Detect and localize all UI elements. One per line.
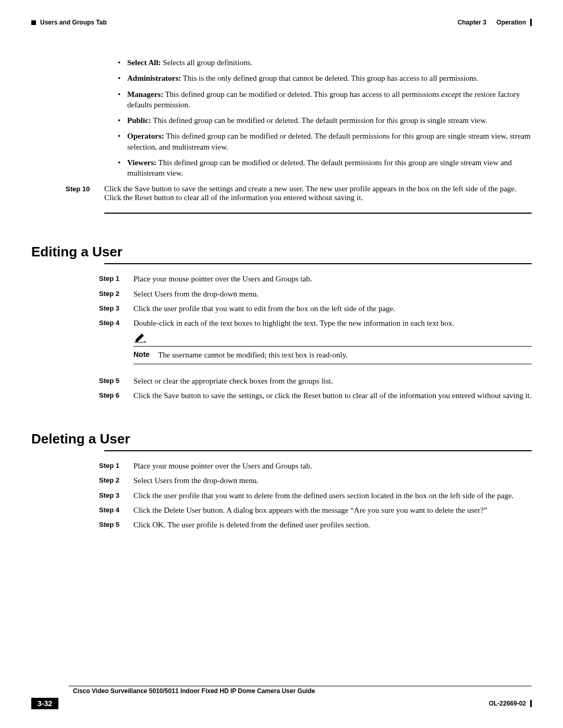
step-label: Step 3 — [99, 490, 133, 500]
step-row: Step 3 Click the user profile that you w… — [99, 303, 532, 314]
step-row: Step 6 Click the Save button to save the… — [99, 390, 532, 401]
doc-id: OL-22669-02 — [489, 700, 532, 707]
step-label: Step 5 — [99, 376, 133, 386]
page-footer: Cisco Video Surveillance 5010/5011 Indoo… — [31, 686, 532, 709]
step-body: Select or clear the appropriate check bo… — [133, 376, 532, 386]
header-right: Chapter 3 Operation — [458, 19, 532, 26]
list-item: Administrators: This is the only defined… — [118, 73, 532, 83]
main-content: Select All: Selects all group definition… — [31, 57, 532, 214]
desc-em: except — [441, 90, 461, 98]
step-label: Step 4 — [99, 505, 133, 515]
step-row: Step 1 Place your mouse pointer over the… — [99, 274, 532, 284]
step-label: Step 4 — [99, 318, 133, 328]
step-row: Step 4 Click the Delete User button. A d… — [99, 505, 532, 515]
footer-divider — [69, 686, 532, 686]
pencil-icon — [133, 331, 532, 345]
step-body: Click the user profile that you want to … — [133, 303, 532, 314]
desc: This defined group can be modified or de… — [151, 116, 487, 125]
step-body: Select Users from the drop-down menu. — [133, 289, 532, 299]
step-label: Step 3 — [99, 303, 133, 313]
step-row: Step 2 Select Users from the drop-down m… — [99, 475, 532, 486]
header-left: Users and Groups Tab — [31, 19, 107, 26]
step-row: Step 10 Click the Save button to save th… — [66, 184, 532, 202]
deleting-steps: Step 1 Place your mouse pointer over the… — [31, 461, 532, 530]
desc: This defined group can be modified or de… — [127, 158, 512, 177]
footer-row: 3-32 OL-22669-02 — [31, 698, 532, 709]
step-row: Step 5 Select or clear the appropriate c… — [99, 376, 532, 386]
note-row: Note The username cannot be modified; th… — [133, 346, 532, 364]
step-label: Step 2 — [99, 475, 133, 485]
desc: Selects all group definitions. — [161, 58, 252, 67]
term: Operators: — [127, 132, 164, 140]
vertical-bar-icon — [530, 700, 532, 707]
list-item: Operators: This defined group can be mod… — [118, 131, 532, 152]
note-text: The username cannot be modified; this te… — [158, 350, 348, 360]
step-label: Step 10 — [66, 184, 104, 202]
note-label: Note — [133, 350, 150, 360]
footer-guide-title: Cisco Video Surveillance 5010/5011 Indoo… — [73, 687, 532, 695]
step-body: Place your mouse pointer over the Users … — [133, 274, 532, 284]
step-label: Step 6 — [99, 390, 133, 400]
vertical-bar-icon — [530, 19, 532, 26]
list-item: Select All: Selects all group definition… — [118, 57, 532, 68]
term: Public: — [127, 116, 151, 125]
step-body: Click the Save button to save the settin… — [104, 184, 532, 202]
list-item: Viewers: This defined group can be modif… — [118, 157, 532, 179]
step-row: Step 2 Select Users from the drop-down m… — [99, 289, 532, 299]
heading-deleting-user: Deleting a User — [31, 431, 532, 447]
heading-editing-user: Editing a User — [31, 244, 532, 260]
term: Viewers: — [127, 158, 156, 167]
step-body: Select Users from the drop-down menu. — [133, 475, 532, 486]
step-label: Step 1 — [99, 461, 133, 471]
term: Select All: — [127, 58, 161, 67]
list-item: Managers: This defined group can be modi… — [118, 89, 532, 110]
step-body: Place your mouse pointer over the Users … — [133, 461, 532, 471]
step-body: Click OK. The user profile is deleted fr… — [133, 520, 532, 530]
step-label: Step 1 — [99, 274, 133, 283]
step-body: Click the Save button to save the settin… — [133, 390, 532, 401]
group-definitions-list: Select All: Selects all group definition… — [118, 57, 532, 178]
step-body: Double-click in each of the text boxes t… — [133, 318, 532, 372]
step-row: Step 4 Double-click in each of the text … — [99, 318, 532, 372]
page-header: Users and Groups Tab Chapter 3 Operation — [31, 19, 532, 26]
step-row: Step 1 Place your mouse pointer over the… — [99, 461, 532, 471]
doc-id-text: OL-22669-02 — [489, 700, 526, 707]
desc-pre: This defined group can be modified or de… — [163, 90, 441, 98]
section-divider — [104, 450, 532, 451]
step-text: Double-click in each of the text boxes t… — [133, 318, 532, 328]
square-bullet-icon — [31, 20, 36, 25]
page-number-badge: 3-32 — [31, 698, 58, 709]
editing-steps: Step 1 Place your mouse pointer over the… — [31, 274, 532, 401]
desc: This defined group can be modified or de… — [127, 132, 531, 151]
term: Administrators: — [127, 74, 181, 82]
term: Managers: — [127, 90, 163, 98]
step-row: Step 3 Click the user profile that you w… — [99, 490, 532, 501]
list-item: Public: This defined group can be modifi… — [118, 115, 532, 126]
header-chapter-title: Operation — [496, 19, 526, 26]
step-body: Click the Delete User button. A dialog b… — [133, 505, 532, 515]
step-label: Step 5 — [99, 520, 133, 529]
step-label: Step 2 — [99, 289, 133, 299]
section-divider — [104, 263, 532, 264]
note-box: Note The username cannot be modified; th… — [133, 331, 532, 364]
section-divider — [104, 213, 532, 214]
step-body: Click the user profile that you want to … — [133, 490, 532, 501]
header-section-label: Users and Groups Tab — [40, 19, 107, 26]
header-chapter: Chapter 3 — [458, 19, 486, 26]
desc: This is the only defined group that cann… — [181, 74, 479, 82]
step-row: Step 5 Click OK. The user profile is del… — [99, 520, 532, 530]
